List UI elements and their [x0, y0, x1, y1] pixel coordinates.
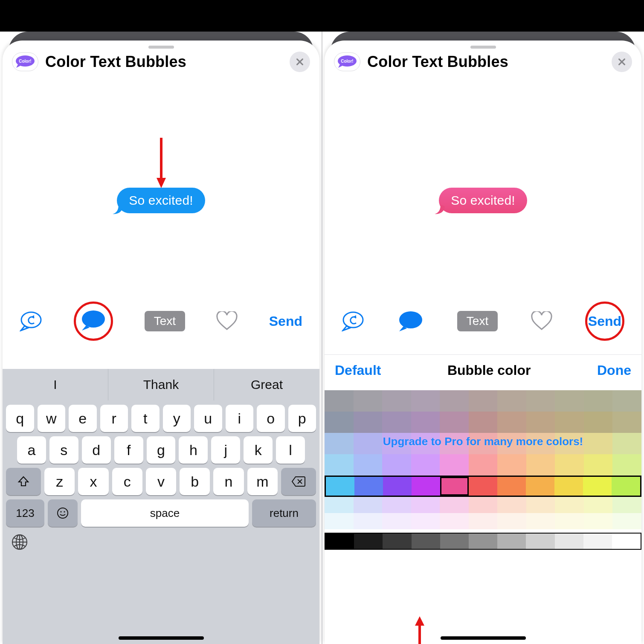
color-swatch[interactable]: [612, 534, 641, 549]
color-swatch[interactable]: [440, 534, 469, 549]
color-swatch[interactable]: [584, 412, 613, 433]
color-swatch[interactable]: [583, 477, 612, 496]
key[interactable]: x: [78, 468, 108, 495]
color-swatch[interactable]: [325, 412, 354, 433]
key[interactable]: q: [6, 405, 34, 432]
key[interactable]: y: [163, 405, 191, 432]
key[interactable]: h: [179, 436, 208, 464]
color-swatch[interactable]: [440, 412, 469, 433]
color-swatch[interactable]: [411, 497, 440, 513]
color-swatch[interactable]: [325, 534, 354, 549]
key[interactable]: u: [194, 405, 222, 432]
color-swatch[interactable]: [383, 477, 412, 496]
color-swatch[interactable]: [584, 454, 613, 476]
color-swatch[interactable]: [555, 390, 584, 412]
color-swatch[interactable]: [469, 454, 498, 476]
color-swatch[interactable]: [612, 513, 641, 529]
color-swatch[interactable]: [354, 534, 383, 549]
color-swatch[interactable]: [497, 477, 526, 496]
key[interactable]: o: [257, 405, 285, 432]
color-swatch[interactable]: [584, 513, 613, 529]
color-swatch[interactable]: [440, 513, 469, 529]
color-swatch[interactable]: [612, 477, 640, 496]
color-swatch[interactable]: [411, 454, 440, 476]
color-swatch[interactable]: [440, 497, 469, 513]
color-swatch[interactable]: [354, 454, 383, 476]
numbers-key[interactable]: 123: [6, 499, 44, 527]
globe-key[interactable]: [10, 533, 319, 553]
color-swatch[interactable]: [411, 412, 440, 433]
color-swatch[interactable]: [469, 390, 498, 412]
done-button[interactable]: Done: [597, 363, 631, 378]
color-swatch[interactable]: [382, 390, 411, 412]
key[interactable]: l: [276, 436, 305, 464]
color-swatch[interactable]: [382, 513, 411, 529]
key[interactable]: s: [49, 436, 78, 464]
color-swatch[interactable]: [469, 412, 498, 433]
upgrade-banner[interactable]: Upgrade to Pro for many more colors!: [325, 435, 641, 448]
prediction[interactable]: I: [3, 369, 108, 400]
key[interactable]: z: [44, 468, 75, 495]
color-swatch[interactable]: [469, 477, 497, 496]
color-swatch[interactable]: [382, 497, 411, 513]
color-swatch[interactable]: [382, 412, 411, 433]
key[interactable]: b: [180, 468, 210, 495]
color-swatch[interactable]: [325, 513, 354, 529]
undo-bubble-button[interactable]: [20, 311, 43, 331]
color-swatch[interactable]: [354, 412, 383, 433]
color-swatch[interactable]: [526, 454, 555, 476]
send-button[interactable]: Send: [269, 313, 302, 329]
color-swatch[interactable]: [526, 390, 555, 412]
color-swatch[interactable]: [526, 513, 555, 529]
color-swatch[interactable]: [411, 513, 440, 529]
color-swatch[interactable]: [584, 497, 613, 513]
color-swatch[interactable]: [354, 497, 383, 513]
color-swatch[interactable]: [555, 454, 584, 476]
undo-bubble-button[interactable]: [342, 311, 365, 331]
color-swatch[interactable]: [526, 477, 554, 496]
color-swatch[interactable]: [469, 513, 498, 529]
sheet-grabber[interactable]: [148, 46, 174, 49]
color-swatch[interactable]: [612, 390, 641, 412]
default-button[interactable]: Default: [335, 363, 381, 378]
color-swatch[interactable]: [555, 534, 583, 549]
color-swatch[interactable]: [612, 454, 641, 476]
color-swatch[interactable]: [497, 534, 526, 549]
shift-key[interactable]: [6, 468, 41, 495]
color-swatch[interactable]: [325, 454, 354, 476]
color-swatch[interactable]: [412, 477, 440, 496]
color-swatch[interactable]: [526, 497, 555, 513]
key[interactable]: v: [146, 468, 176, 495]
key[interactable]: g: [147, 436, 176, 464]
favorite-button[interactable]: [216, 311, 238, 331]
color-swatch[interactable]: [554, 477, 583, 496]
color-swatch[interactable]: [325, 390, 354, 412]
text-style-button[interactable]: Text: [145, 311, 185, 331]
home-indicator[interactable]: [441, 636, 526, 640]
color-swatch[interactable]: [354, 477, 383, 496]
key[interactable]: e: [69, 405, 97, 432]
color-swatch[interactable]: [440, 390, 469, 412]
bubble-color-button[interactable]: [80, 309, 107, 333]
sheet-grabber[interactable]: [470, 46, 496, 49]
color-swatch[interactable]: [584, 390, 613, 412]
color-swatch[interactable]: [497, 390, 526, 412]
color-swatch[interactable]: [555, 497, 584, 513]
favorite-button[interactable]: [531, 311, 552, 331]
color-swatch[interactable]: [440, 477, 469, 496]
key[interactable]: f: [114, 436, 143, 464]
color-swatch[interactable]: [497, 497, 526, 513]
color-swatch[interactable]: [354, 513, 383, 529]
key[interactable]: j: [211, 436, 240, 464]
key[interactable]: i: [226, 405, 254, 432]
space-key[interactable]: space: [81, 499, 249, 527]
color-swatch[interactable]: [469, 534, 497, 549]
color-swatch[interactable]: [383, 534, 411, 549]
close-button[interactable]: [612, 52, 632, 72]
color-swatch[interactable]: [555, 513, 584, 529]
close-button[interactable]: [290, 52, 310, 72]
text-style-button[interactable]: Text: [457, 311, 498, 331]
color-swatch[interactable]: [555, 412, 584, 433]
key[interactable]: r: [100, 405, 128, 432]
key[interactable]: t: [131, 405, 160, 432]
